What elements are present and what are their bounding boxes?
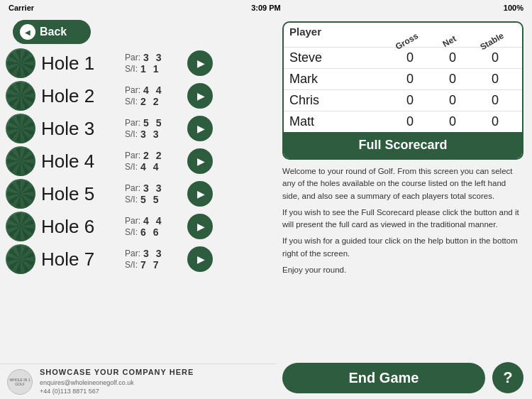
player-name-mark: Mark — [289, 72, 389, 87]
hole-title-6: Hole 6 — [41, 216, 119, 238]
hole-icon-3 — [6, 114, 35, 143]
par-label-3: Par: — [125, 118, 140, 128]
carrier-text: Carrier — [9, 4, 34, 12]
net-chris: 0 — [431, 93, 474, 108]
si-label-6: S/I: — [125, 227, 138, 237]
hole-row-4: Hole 4 Par: 2 2 S/I: 4 4 — [6, 146, 271, 176]
par-row-7: Par: 3 3 — [125, 248, 182, 259]
hole-icon-6 — [6, 212, 35, 241]
par-row-6: Par: 4 4 — [125, 215, 182, 226]
footer-phone: +44 (0)113 8871 567 — [40, 387, 194, 396]
si-val2-7: 7 — [153, 259, 159, 270]
hole-row-1: Hole 1 Par: 3 3 S/I: 1 1 — [6, 48, 271, 78]
play-button-5[interactable] — [187, 181, 213, 207]
par-val2-3: 5 — [156, 117, 162, 129]
par-label-6: Par: — [125, 216, 140, 226]
si-val-4: 4 — [140, 161, 146, 173]
play-button-4[interactable] — [187, 148, 213, 174]
full-scorecard-button[interactable]: Full Scorecard — [284, 132, 522, 158]
hole-icon-1 — [6, 48, 35, 78]
help-button[interactable]: ? — [492, 362, 523, 393]
gross-chris: 0 — [389, 93, 431, 108]
hole-icon-7 — [6, 244, 35, 274]
main-layout: Back Hole 1 Par: 3 3 S/I: 1 1 — [0, 16, 532, 399]
status-bar: Carrier 3:09 PM 100% — [0, 0, 532, 16]
si-row-5: S/I: 5 5 — [125, 194, 182, 205]
si-val2-6: 6 — [153, 226, 159, 238]
par-label-1: Par: — [125, 53, 140, 62]
hole-par-si-3: Par: 5 5 S/I: 3 3 — [125, 117, 182, 140]
left-panel: Back Hole 1 Par: 3 3 S/I: 1 1 — [0, 16, 277, 399]
play-button-7[interactable] — [187, 246, 213, 272]
hole-par-si-2: Par: 4 4 S/I: 2 2 — [125, 84, 182, 107]
hole-icon-inner-3 — [7, 115, 34, 142]
gross-matt: 0 — [389, 114, 431, 129]
play-button-1[interactable] — [187, 50, 213, 76]
footer-info: SHOWCASE YOUR COMPANY HERE enquires@whol… — [40, 367, 194, 396]
si-label-4: S/I: — [125, 162, 138, 172]
hole-title-5: Hole 5 — [41, 183, 119, 205]
par-val2-4: 2 — [156, 150, 162, 161]
si-row-3: S/I: 3 3 — [125, 129, 182, 140]
time-text: 3:09 PM — [251, 4, 281, 12]
par-row-5: Par: 3 3 — [125, 182, 182, 194]
hole-par-si-6: Par: 4 4 S/I: 6 6 — [125, 215, 182, 238]
player-name-matt: Matt — [289, 114, 389, 129]
col-player: Player — [289, 26, 389, 47]
hole-icon-5 — [6, 179, 35, 209]
hole-title-4: Hole 4 — [41, 151, 119, 173]
si-val2-1: 1 — [153, 63, 159, 75]
welcome-text: Welcome to your round of Golf. From this… — [282, 165, 523, 280]
hole-row-6: Hole 6 Par: 4 4 S/I: 6 6 — [6, 212, 271, 241]
par-label-7: Par: — [125, 248, 140, 258]
back-button[interactable]: Back — [13, 20, 91, 44]
hole-row-2: Hole 2 Par: 4 4 S/I: 2 2 — [6, 81, 271, 111]
back-label: Back — [40, 26, 67, 38]
si-val-1: 1 — [140, 63, 146, 75]
si-label-7: S/I: — [125, 260, 138, 270]
hole-icon-inner-2 — [7, 82, 34, 109]
si-val2-5: 5 — [153, 194, 159, 205]
gross-mark: 0 — [389, 72, 431, 87]
welcome-para-0: Welcome to your round of Golf. From this… — [282, 165, 523, 202]
welcome-para-2: If you wish for a guided tour click on t… — [282, 235, 523, 260]
par-label-4: Par: — [125, 151, 140, 160]
footer-title: SHOWCASE YOUR COMPANY HERE — [40, 367, 194, 378]
scorecard-row-mark: Mark 0 0 0 — [284, 68, 522, 89]
si-val2-2: 2 — [153, 96, 159, 107]
net-matt: 0 — [431, 114, 474, 129]
hole-icon-inner-6 — [7, 213, 34, 240]
play-button-3[interactable] — [187, 116, 213, 141]
par-val-7: 3 — [143, 248, 149, 259]
hole-icon-inner-4 — [7, 148, 34, 175]
si-val-2: 2 — [140, 96, 146, 107]
par-val2-5: 3 — [156, 182, 162, 194]
scorecard-rows: Steve 0 0 0 Mark 0 0 0 Chris 0 0 0 Matt … — [284, 47, 522, 132]
si-row-1: S/I: 1 1 — [125, 63, 182, 75]
par-val-1: 3 — [143, 52, 149, 63]
si-row-6: S/I: 6 6 — [125, 226, 182, 238]
play-button-6[interactable] — [187, 214, 213, 239]
end-game-button[interactable]: End Game — [282, 363, 485, 393]
hole-row-3: Hole 3 Par: 5 5 S/I: 3 3 — [6, 114, 271, 143]
bottom-bar: End Game ? — [282, 359, 523, 393]
play-button-2[interactable] — [187, 83, 213, 109]
stable-mark: 0 — [474, 72, 516, 87]
scorecard-table: Player Gross Net Stable Steve 0 0 0 Mark… — [282, 21, 523, 160]
hole-title-7: Hole 7 — [41, 248, 119, 270]
stable-matt: 0 — [474, 114, 516, 129]
par-val-5: 3 — [143, 182, 149, 194]
hole-icon-inner-1 — [7, 50, 34, 77]
par-val2-2: 4 — [156, 84, 162, 96]
hole-title-3: Hole 3 — [41, 118, 119, 140]
hole-icon-2 — [6, 81, 35, 111]
si-row-7: S/I: 7 7 — [125, 259, 182, 270]
hole-title-1: Hole 1 — [41, 53, 119, 75]
player-name-steve: Steve — [289, 50, 389, 65]
si-val-5: 5 — [140, 194, 146, 205]
net-mark: 0 — [431, 72, 474, 87]
hole-par-si-7: Par: 3 3 S/I: 7 7 — [125, 248, 182, 270]
si-label-2: S/I: — [125, 97, 138, 106]
par-val2-6: 4 — [156, 215, 162, 226]
par-val-3: 5 — [143, 117, 149, 129]
